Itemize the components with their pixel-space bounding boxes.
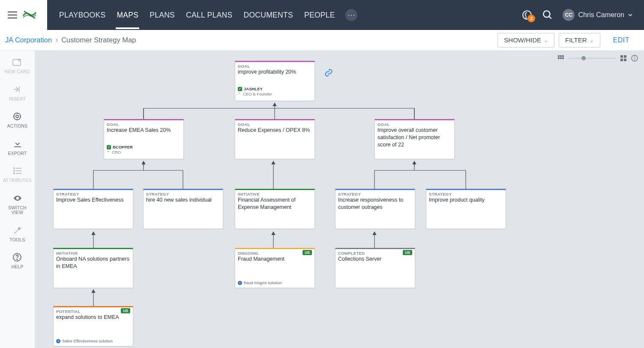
nav-documents[interactable]: DOCUMENTS [243, 1, 294, 29]
card-goal-opex[interactable]: GOAL Reduce Expenses / OPEX 8% [235, 119, 315, 159]
breadcrumb-root[interactable]: JA Corporation [5, 36, 52, 44]
edit-button[interactable]: EDIT [613, 36, 629, 44]
svg-point-9 [16, 115, 18, 118]
canvas-toolbar [557, 55, 638, 62]
svg-rect-24 [620, 55, 623, 58]
svg-point-8 [14, 113, 21, 120]
grid-small-icon[interactable] [557, 55, 564, 62]
nav-callplans[interactable]: CALL PLANS [185, 1, 233, 29]
compass-icon[interactable] [631, 55, 638, 62]
notification-badge: 2 [527, 15, 535, 22]
svg-point-17 [17, 259, 18, 260]
left-rail: NEW CARD INSERT ACTIONS EXPORT ATTRIBUTE… [0, 51, 35, 348]
breadcrumb-sep: › [55, 36, 58, 45]
card-goal-emea-sales[interactable]: GOAL Increase EMEA Sales 20% ✓BCOPPER ⌃C… [104, 119, 184, 159]
svg-rect-19 [560, 55, 562, 57]
card-strategy-product-quality[interactable]: STRATEGY Improve product quality [426, 189, 506, 229]
card-goal-csat[interactable]: GOAL Improve overall customer satisfacti… [374, 119, 455, 159]
app-logo[interactable] [22, 8, 37, 22]
svg-rect-23 [562, 57, 564, 59]
nav-more-icon[interactable]: ⋯ [345, 9, 357, 21]
svg-line-4 [549, 16, 551, 18]
rail-export[interactable]: EXPORT [8, 138, 27, 156]
svg-rect-26 [620, 59, 623, 61]
svg-rect-22 [560, 57, 562, 59]
svg-point-15 [13, 173, 14, 174]
svg-rect-20 [562, 55, 564, 57]
card-completed-collections[interactable]: COMPLETEDUS Collections Server [335, 248, 415, 288]
nav-people[interactable]: PEOPLE [303, 1, 336, 29]
svg-point-2 [526, 18, 527, 18]
topbar-left [0, 0, 47, 30]
nav-plans[interactable]: PLANS [149, 1, 176, 29]
card-initiative-financial-assessment[interactable]: INITIATIVE Financial Assessment of Expen… [235, 189, 315, 229]
hamburger-icon[interactable] [8, 9, 17, 21]
rail-actions[interactable]: ACTIONS [7, 111, 27, 129]
svg-point-3 [544, 11, 550, 17]
main-nav: PLAYBOOKS MAPS PLANS CALL PLANS DOCUMENT… [47, 0, 644, 30]
svg-point-14 [13, 170, 14, 171]
link-icon[interactable] [324, 68, 333, 77]
workspace: NEW CARD INSERT ACTIONS EXPORT ATTRIBUTE… [0, 51, 644, 348]
topbar: PLAYBOOKS MAPS PLANS CALL PLANS DOCUMENT… [0, 0, 644, 30]
card-goal-profitability[interactable]: GOAL improve profitability 20% ✓JASHLEY … [235, 61, 315, 101]
rail-switchview[interactable]: SWITCHVIEW [8, 193, 27, 215]
card-strategy-sales-effectiveness[interactable]: STRATEGY Improve Sales Effectiveness [53, 189, 133, 229]
grid-large-icon[interactable] [620, 55, 627, 62]
rail-newcard[interactable]: NEW CARD [5, 57, 30, 74]
rail-help[interactable]: HELP [11, 252, 23, 270]
rail-tools[interactable]: TOOLS [9, 225, 25, 243]
svg-rect-21 [558, 57, 560, 59]
card-strategy-hire-sales[interactable]: STRATEGY hire 40 new sales individual [143, 189, 223, 229]
nav-playbooks[interactable]: PLAYBOOKS [58, 1, 106, 29]
svg-rect-25 [624, 55, 626, 58]
svg-point-13 [13, 168, 14, 169]
chevron-down-icon [628, 12, 633, 18]
card-potential-expand-emea[interactable]: POTENTIALUS expand solutions to EMEA iSa… [53, 306, 133, 346]
svg-rect-27 [624, 59, 626, 61]
notifications-icon[interactable]: 2 [521, 9, 533, 21]
svg-rect-18 [558, 55, 560, 57]
avatar: CC [563, 9, 575, 21]
subbar: JA Corporation › Customer Strategy Map S… [0, 30, 644, 51]
user-name: Chris Cameron [578, 11, 624, 19]
user-menu[interactable]: CC Chris Cameron [563, 9, 633, 21]
canvas[interactable]: GOAL improve profitability 20% ✓JASHLEY … [35, 51, 644, 348]
rail-insert[interactable]: INSERT [9, 84, 26, 102]
breadcrumb-current: Customer Strategy Map [61, 36, 136, 44]
filter-button[interactable]: FILTER⌄ [559, 33, 600, 48]
card-initiative-onboard-partners[interactable]: INITIATIVE Onboard NA solutions partners… [53, 248, 133, 288]
card-strategy-responsiveness[interactable]: STRATEGY Increase responsiveness to cust… [335, 189, 415, 229]
zoom-slider[interactable] [569, 58, 616, 59]
nav-maps[interactable]: MAPS [116, 1, 139, 29]
rail-attributes[interactable]: ATTRIBUTES [3, 165, 32, 183]
search-icon[interactable] [542, 9, 553, 21]
card-ongoing-fraud[interactable]: ONGOINGUS Fraud Management ifraud mngmt … [235, 248, 315, 288]
showhide-button[interactable]: SHOW/HIDE⌄ [497, 33, 554, 48]
